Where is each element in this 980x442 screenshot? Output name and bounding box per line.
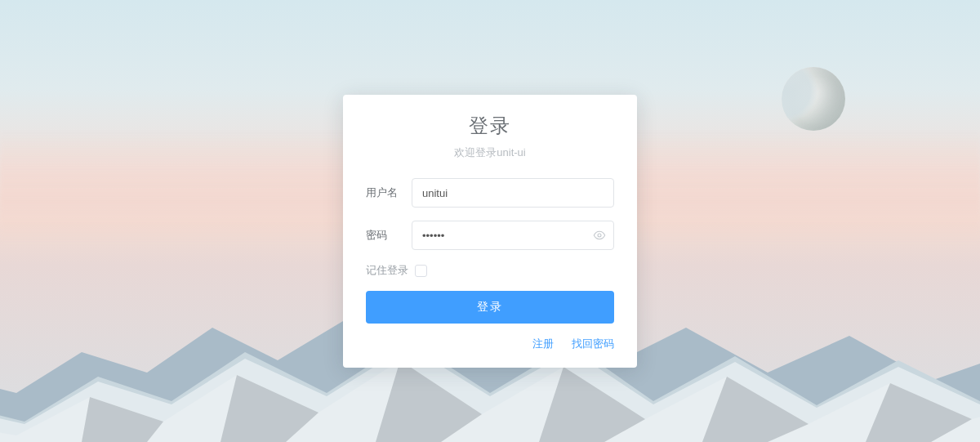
- forgot-password-link[interactable]: 找回密码: [572, 337, 614, 350]
- login-subtitle: 欢迎登录unit-ui: [366, 145, 614, 160]
- remember-label: 记住登录: [366, 263, 408, 278]
- remember-checkbox[interactable]: [415, 265, 427, 277]
- login-title: 登录: [366, 113, 614, 139]
- remember-row: 记住登录: [366, 263, 614, 278]
- login-button[interactable]: 登录: [366, 291, 614, 324]
- eye-icon[interactable]: [593, 229, 606, 242]
- register-link[interactable]: 注册: [532, 337, 554, 350]
- username-label: 用户名: [366, 185, 412, 200]
- moon: [782, 67, 845, 131]
- username-input[interactable]: [412, 178, 614, 208]
- username-row: 用户名: [366, 178, 614, 208]
- password-label: 密码: [366, 228, 412, 243]
- password-row: 密码: [366, 221, 614, 250]
- login-card: 登录 欢迎登录unit-ui 用户名 密码 记住登录 登录 注册 找回密码: [343, 95, 637, 368]
- password-input[interactable]: [412, 221, 614, 250]
- svg-point-0: [598, 234, 601, 237]
- login-links: 注册 找回密码: [366, 337, 614, 351]
